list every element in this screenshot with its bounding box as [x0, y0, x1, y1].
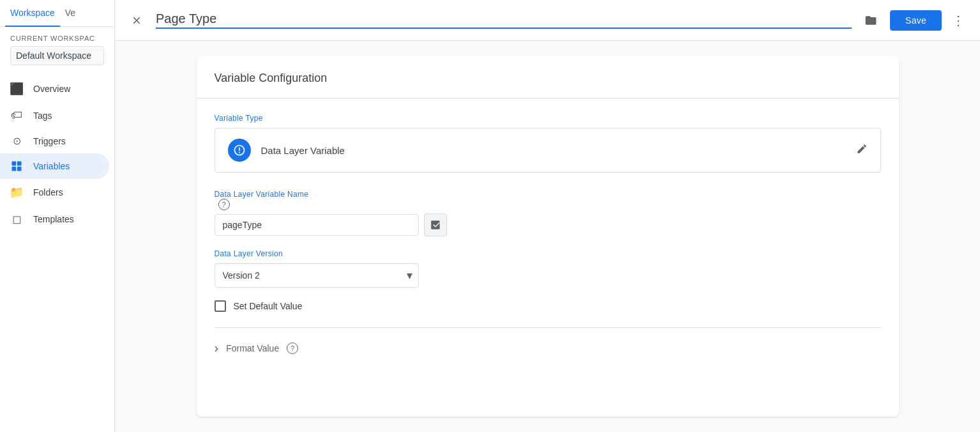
insert-variable-button[interactable]: [424, 213, 447, 236]
dialog-title: Page Type: [156, 12, 852, 29]
svg-rect-1: [17, 162, 22, 166]
dialog-content: Variable Configuration Variable Type Dat…: [115, 41, 980, 432]
format-value-label: Format Value: [226, 343, 279, 353]
config-card: Variable Configuration Variable Type Dat…: [197, 56, 899, 417]
variable-type-icon: [228, 139, 251, 162]
svg-rect-2: [12, 167, 17, 171]
set-default-value-checkbox[interactable]: [215, 300, 226, 312]
data-layer-variable-name-input[interactable]: [215, 214, 419, 236]
sidebar-item-label-triggers: Triggers: [33, 136, 66, 146]
edit-icon[interactable]: [856, 143, 868, 158]
variable-type-selector[interactable]: Data Layer Variable: [215, 128, 881, 173]
sidebar-item-folders[interactable]: 📁 Folders: [0, 179, 109, 206]
format-value-row[interactable]: › Format Value ?: [215, 338, 881, 358]
folders-icon: 📁: [10, 185, 23, 199]
data-layer-version-select[interactable]: Version 1 Version 2: [215, 263, 419, 288]
divider: [215, 327, 881, 328]
variables-icon: [10, 160, 23, 173]
dialog-actions: Save ⋮: [890, 9, 970, 32]
workspace-label: CURRENT WORKSPAC: [10, 35, 104, 42]
help-icon-name[interactable]: ?: [218, 199, 230, 210]
triggers-icon: ⊙: [10, 135, 23, 147]
help-icon-format[interactable]: ?: [287, 343, 298, 354]
sidebar-item-label-variables: Variables: [33, 161, 70, 171]
set-default-value-label: Set Default Value: [234, 301, 303, 311]
chevron-right-icon: ›: [215, 341, 219, 355]
config-card-header: Variable Configuration: [197, 56, 899, 98]
sidebar-item-variables[interactable]: Variables: [0, 153, 109, 179]
svg-rect-3: [17, 167, 22, 171]
input-row: [215, 213, 881, 236]
sidebar-item-overview[interactable]: ⬛ Overview: [0, 75, 109, 102]
save-button[interactable]: Save: [890, 10, 942, 31]
variable-type-label: Variable Type: [215, 114, 881, 123]
sidebar-item-triggers[interactable]: ⊙ Triggers: [0, 128, 109, 153]
close-button[interactable]: [125, 9, 148, 32]
tab-workspace[interactable]: Workspace: [5, 0, 60, 27]
overview-icon: ⬛: [10, 82, 23, 96]
dialog-panel: Page Type Save ⋮ Variable Configuration …: [115, 0, 980, 432]
folder-button[interactable]: [859, 9, 882, 32]
config-card-title: Variable Configuration: [215, 72, 881, 85]
data-layer-variable-name-label: Data Layer Variable Name: [215, 190, 309, 199]
templates-icon: ◻: [10, 212, 23, 226]
data-layer-version-label: Data Layer Version: [215, 249, 881, 258]
workspace-name[interactable]: Default Workspace: [10, 46, 104, 65]
sidebar-tabs: Workspace Ve: [0, 0, 114, 27]
tab-versions[interactable]: Ve: [60, 0, 80, 27]
sidebar-item-label-folders: Folders: [33, 187, 63, 197]
sidebar-item-label-overview: Overview: [33, 84, 70, 94]
select-wrapper: Version 1 Version 2 ▾: [215, 263, 419, 288]
nav-items: ⬛ Overview 🏷 Tags ⊙ Triggers Variables 📁…: [0, 75, 114, 432]
sidebar-item-tags[interactable]: 🏷 Tags: [0, 102, 109, 128]
tags-icon: 🏷: [10, 109, 23, 122]
workspace-section: CURRENT WORKSPAC Default Workspace: [0, 27, 114, 70]
dialog-header: Page Type Save ⋮: [115, 0, 980, 41]
config-card-body: Variable Type Data Layer Variable Data L…: [197, 98, 899, 373]
sidebar-item-label-templates: Templates: [33, 214, 74, 224]
set-default-value-row[interactable]: Set Default Value: [215, 300, 881, 312]
sidebar-item-label-tags: Tags: [33, 111, 52, 121]
variable-type-name: Data Layer Variable: [261, 145, 846, 156]
svg-rect-0: [12, 162, 17, 166]
more-options-button[interactable]: ⋮: [947, 9, 970, 32]
sidebar-item-templates[interactable]: ◻ Templates: [0, 206, 109, 233]
